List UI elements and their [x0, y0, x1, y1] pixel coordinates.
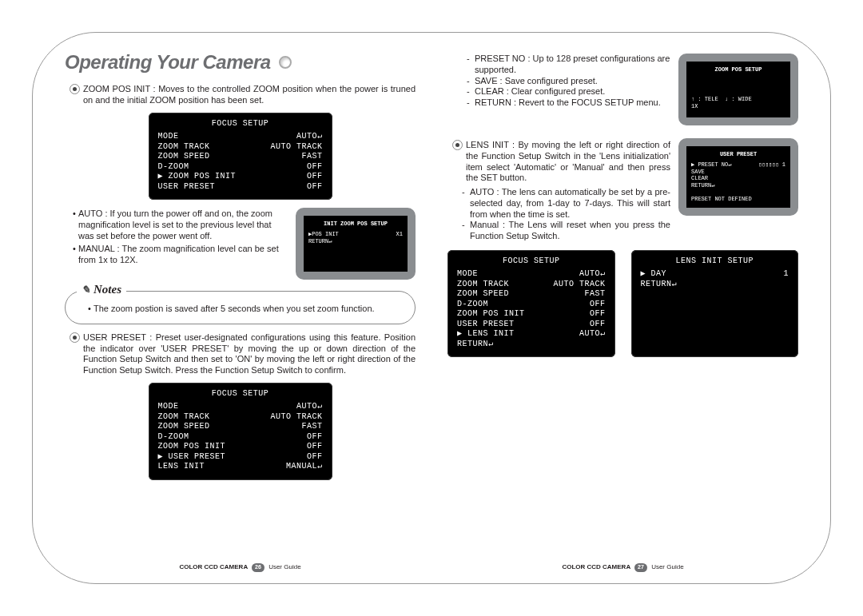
auto-note: • AUTOIf you turn the power off and on, … [73, 209, 288, 241]
osd-row: USER PRESETOFF [158, 182, 323, 193]
osd-row: MODEAUTO↵ [158, 132, 323, 142]
osd-row: RETURN↵ [457, 340, 606, 350]
ring-bullet-icon [452, 140, 463, 150]
right-footer: COLOR CCD CAMERA 27 User Guide [447, 563, 798, 572]
osd-row: ▶ USER PRESETOFF [158, 452, 323, 463]
osd-row: D-ZOOMOFF [158, 162, 323, 173]
osd-focus-setup-1: FOCUS SETUP MODEAUTO↵ZOOM TRACKAUTO TRAC… [149, 113, 332, 201]
left-column: Operating Your Camera ZOOM POS INITMoves… [65, 50, 416, 575]
osd-row: RETURN↵ [308, 238, 403, 245]
monitor-user-preset: USER PRESET ▶ PRESET NO↵▯▯▯▯▯▯ 1SAVECLEA… [678, 138, 798, 216]
osd-row: ▶ DAY1 [641, 269, 789, 280]
right-bullet-item: -SAVESave configured preset. [467, 76, 670, 87]
osd1-title: FOCUS SETUP [158, 119, 323, 129]
title-text: Operating Your Camera [65, 50, 271, 74]
osd-row: RETURN↵ [691, 182, 785, 189]
osd-row: ZOOM POS INITOFF [158, 442, 323, 452]
osd-row: ▶ ZOOM POS INITOFF [158, 172, 323, 182]
osd-row: ZOOM SPEEDFAST [457, 289, 606, 300]
osd-focus-setup-3: FOCUS SETUP MODEAUTO↵ZOOM TRACKAUTO TRAC… [447, 250, 615, 358]
monitor-init-zoom: INIT ZOOM POS SETUP ▶POS INITX1RETURN↵ [296, 208, 416, 280]
osd-row: ZOOM TRACKAUTO TRACK [158, 412, 323, 423]
osd2-title: FOCUS SETUP [158, 389, 323, 399]
user-preset-entry: USER PRESETPreset user-designated config… [70, 332, 416, 376]
osd-row: RETURN↵ [641, 280, 789, 290]
osd-row: ZOOM SPEEDFAST [158, 422, 323, 432]
lens-manual-sub: - ManualThe Lens will reset when you pre… [462, 220, 670, 242]
pin-icon [82, 282, 90, 297]
osd-row: MODEAUTO↵ [457, 269, 606, 280]
user-preset-label: USER PRESET [83, 332, 156, 342]
osd-row: ZOOM SPEEDFAST [158, 152, 323, 162]
osd-row: ZOOM POS INITOFF [457, 309, 606, 320]
lens-auto-sub: - AUTOThe lens can automatically be set … [462, 187, 670, 220]
osd-row: D-ZOOMOFF [457, 300, 606, 310]
title-dot-icon [279, 56, 292, 69]
notes-box: Notes •The zoom postion is saved after 5… [65, 291, 416, 324]
osd-row: LENS INITMANUAL↵ [158, 462, 323, 472]
osd-row: D-ZOOMOFF [158, 432, 323, 443]
zoom-pos-init-label: ZOOM POS INIT [83, 84, 158, 93]
osd-row: ▶POS INITX1 [308, 231, 403, 238]
osd-row: USER PRESETOFF [457, 320, 606, 330]
right-bullet-item: -RETURNRevert to the FOCUS SETUP menu. [467, 97, 670, 109]
notes-tag: Notes [77, 282, 126, 297]
zoom-pos-init-entry: ZOOM POS INITMoves to the controlled ZOO… [70, 84, 416, 106]
left-footer: COLOR CCD CAMERA 26 User Guide [65, 563, 416, 572]
ring-bullet-icon [70, 84, 80, 94]
monitor-zoom-pos: ZOOM POS SETUP ↑ : TELE ↓ : WIDE 1X [678, 54, 798, 125]
osd-row: ▶ PRESET NO↵▯▯▯▯▯▯ 1 [691, 161, 785, 169]
right-bullet-item: -PRESET NOUp to 128 preset configuration… [467, 54, 670, 76]
right-bullets: -PRESET NOUp to 128 preset configuration… [447, 54, 670, 109]
manual-note: • MANUALThe zoom magnification level can… [73, 244, 288, 266]
osd-row: ZOOM TRACKAUTO TRACK [457, 280, 606, 290]
osd-row: ▶ LENS INITAUTO↵ [457, 329, 606, 340]
page-frame: Operating Your Camera ZOOM POS INITMoves… [32, 32, 831, 584]
osd-row: CLEAR [691, 175, 785, 182]
osd-row: MODEAUTO↵ [158, 402, 323, 412]
osd-lens-init-setup: LENS INIT SETUP ▶ DAY1RETURN↵ [631, 250, 799, 358]
page-title: Operating Your Camera [65, 50, 416, 74]
lens-init-entry: LENS INITBy moving the left or right dir… [452, 140, 670, 184]
osd-row: ZOOM TRACKAUTO TRACK [158, 142, 323, 153]
note-text: The zoom postion is saved after 5 second… [93, 304, 375, 315]
ring-bullet-icon [70, 332, 80, 343]
right-bullet-item: -CLEARClear configured preset. [467, 86, 670, 97]
two-column-layout: Operating Your Camera ZOOM POS INITMoves… [65, 50, 798, 575]
right-column: -PRESET NOUp to 128 preset configuration… [447, 50, 798, 575]
osd-row: SAVE [691, 169, 785, 176]
osd-focus-setup-2: FOCUS SETUP MODEAUTO↵ZOOM TRACKAUTO TRAC… [149, 383, 332, 480]
